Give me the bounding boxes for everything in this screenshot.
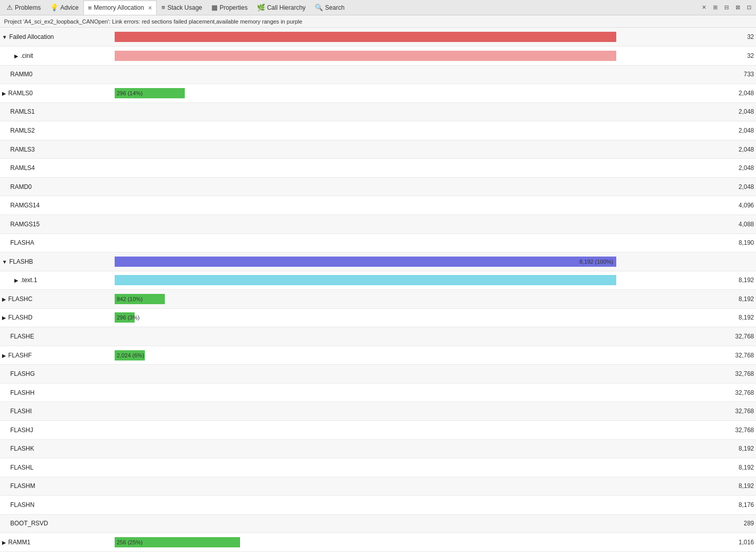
row-name: BOOT_RSVD [10, 520, 48, 527]
expand-arrow[interactable] [14, 53, 18, 59]
row-size: 2,048 [705, 102, 756, 121]
tab-advice-label: Advice [60, 4, 79, 11]
row-size: 8,190 [705, 233, 756, 252]
row-name: FLASHD [8, 314, 32, 321]
bar-container: 256 (25%) [115, 537, 703, 547]
row-name: FLASHM [10, 482, 35, 490]
table-row: FLASHL8,192 [0, 458, 756, 477]
row-size: 2,048 [705, 121, 756, 140]
row-name: .cinit [20, 52, 33, 59]
expand-arrow[interactable] [2, 34, 7, 40]
bar-label: 2,024 (6%) [117, 352, 144, 358]
memory-bar: 842 (10%) [115, 294, 165, 304]
row-name: RAMM1 [8, 539, 30, 546]
table-row: RAMM1 256 (25%) 1,016 [0, 533, 756, 552]
info-bar: Project 'A4_sci_ex2_loopback_CANOpen': L… [0, 15, 756, 28]
tab-advice[interactable]: 💡 Advice [46, 1, 83, 15]
tab-call-hierarchy[interactable]: 🌿 Call Hierarchy [252, 1, 310, 15]
close-view-button[interactable]: ✕ [699, 3, 709, 13]
bar-label: 296 (3%) [117, 314, 140, 321]
row-size: 4,096 [705, 196, 756, 215]
table-row: RAMLS32,048 [0, 140, 756, 159]
tab-problems[interactable]: ⚠ Problems [2, 1, 46, 15]
row-name: FLASHB [9, 258, 33, 265]
bar-label: 8,192 (100%) [579, 259, 613, 265]
tab-stack-usage[interactable]: ≡ Stack Usage [157, 1, 207, 15]
row-name: FLASHE [10, 333, 34, 340]
advice-icon: 💡 [50, 4, 58, 11]
row-name: FLASHG [10, 370, 35, 377]
table-row: FLASHD 296 (3%) 8,192 [0, 308, 756, 327]
row-name: RAMLS0 [8, 90, 33, 97]
bar-label: 256 (25%) [117, 539, 143, 545]
table-row: .text.1 8,192 [0, 271, 756, 290]
layout-button[interactable]: ⊡ [744, 3, 754, 13]
table-row: RAMGS144,096 [0, 196, 756, 215]
bar-container: 2,024 (6%) [115, 350, 703, 360]
row-name: RAMLS2 [10, 127, 35, 134]
memory-bar [115, 275, 616, 285]
table-row: RAMLS42,048 [0, 159, 756, 178]
bar-label: 842 (10%) [117, 296, 143, 302]
row-name: Failed Allocation [9, 33, 54, 40]
row-name: FLASHH [10, 389, 34, 396]
row-name: FLASHL [10, 464, 33, 471]
row-size: 2,048 [705, 177, 756, 196]
table-row: .cinit 32 [0, 47, 756, 66]
memory-bar: 2,024 (6%) [115, 350, 145, 360]
tab-properties-label: Properties [220, 4, 248, 11]
tab-bar-toolbar: ✕ ⊞ ⊟ ⊠ ⊡ [699, 3, 754, 13]
table-row: RAMGS154,088 [0, 215, 756, 233]
tab-memory-close[interactable]: ✕ [148, 5, 152, 11]
row-name: RAMM0 [10, 71, 32, 78]
maximize-button[interactable]: ⊞ [710, 3, 720, 13]
problems-icon: ⚠ [7, 4, 13, 11]
table-row: FLASHN8,176 [0, 496, 756, 515]
row-name: RAMD0 [10, 183, 32, 190]
table-row: FLASHI32,768 [0, 402, 756, 421]
expand-arrow[interactable] [2, 315, 6, 321]
row-size: 32,768 [705, 327, 756, 346]
tab-memory-allocation[interactable]: ≡ Memory Allocation ✕ [83, 1, 157, 15]
row-size: 8,192 [705, 477, 756, 496]
memory-icon: ≡ [88, 4, 92, 12]
tab-search[interactable]: 🔍 Search [310, 1, 349, 15]
memory-bar: 296 (14%) [115, 88, 185, 98]
row-size: 8,192 [705, 439, 756, 458]
memory-bar [115, 51, 616, 61]
row-name: FLASHF [8, 352, 32, 359]
call-hierarchy-icon: 🌿 [257, 4, 265, 11]
expand-arrow[interactable] [2, 353, 6, 358]
row-name: FLASHK [10, 445, 34, 452]
row-name: FLASHJ [10, 427, 33, 434]
row-size: 733 [705, 65, 756, 84]
expand-arrow[interactable] [2, 259, 7, 265]
bar-container: 8,192 (100%) [115, 257, 703, 267]
bar-container [115, 51, 703, 61]
bar-label: 296 (14%) [117, 90, 143, 96]
table-row: FLASHE32,768 [0, 327, 756, 346]
table-row: RAMLS0 296 (14%) 2,048 [0, 84, 756, 103]
expand-arrow[interactable] [2, 540, 6, 545]
bar-container [115, 32, 703, 42]
row-name: FLASHI [10, 408, 32, 415]
row-name: FLASHN [10, 501, 34, 508]
expand-arrow[interactable] [14, 278, 18, 283]
row-size: 4,088 [705, 215, 756, 233]
table-row: FLASHM8,192 [0, 477, 756, 496]
tab-search-label: Search [325, 4, 344, 11]
table-row: RAMM0733 [0, 65, 756, 84]
bar-container: 296 (14%) [115, 88, 703, 98]
row-size: 2,048 [705, 84, 756, 103]
table-row: FLASHB 8,192 (100%) [0, 252, 756, 271]
restore-button[interactable]: ⊟ [721, 3, 731, 13]
tile-button[interactable]: ⊠ [732, 3, 743, 13]
expand-arrow[interactable] [2, 296, 6, 302]
memory-bar: 256 (25%) [115, 537, 240, 547]
tab-properties[interactable]: ▦ Properties [207, 1, 252, 15]
table-row: FLASHC 842 (10%) 8,192 [0, 290, 756, 309]
expand-arrow[interactable] [2, 91, 6, 96]
tab-bar: ⚠ Problems 💡 Advice ≡ Memory Allocation … [0, 0, 756, 15]
row-size: 32,768 [705, 365, 756, 384]
table-row: FLASHK8,192 [0, 439, 756, 458]
